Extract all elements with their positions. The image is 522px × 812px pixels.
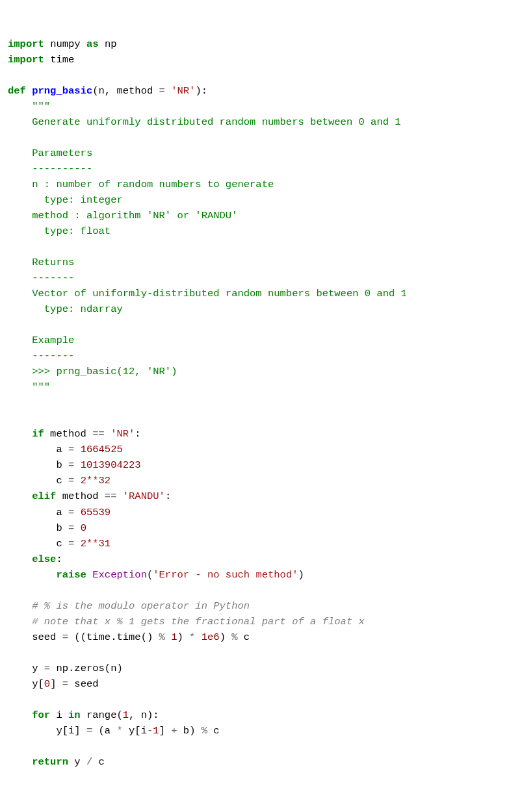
op-div: / xyxy=(86,756,92,768)
text xyxy=(81,38,86,50)
expr: ) xyxy=(177,631,189,643)
var-c: c xyxy=(8,538,68,550)
kw-in: in xyxy=(68,709,81,721)
docstring-line: n : number of random numbers to generate xyxy=(8,179,274,190)
kw-import: import xyxy=(8,38,44,50)
colon: : xyxy=(165,490,171,502)
num: 1013904223 xyxy=(74,459,140,471)
sig-close: ): xyxy=(195,85,207,97)
y-i: y[i] xyxy=(8,725,86,737)
paren-open: ( xyxy=(147,569,153,581)
kw-as: as xyxy=(86,38,99,50)
num: 2**31 xyxy=(74,538,111,550)
docstring-line: type: float xyxy=(8,225,111,237)
var-seed: seed xyxy=(8,631,62,643)
num: 0 xyxy=(74,522,86,534)
op-eqeq: == xyxy=(92,428,105,440)
docstring-line: Returns xyxy=(8,257,74,268)
var-c: c xyxy=(207,725,220,737)
var-c: c xyxy=(8,475,68,487)
expr: y xyxy=(68,756,86,768)
docstring-line: ---------- xyxy=(8,163,92,175)
kw-return: return xyxy=(8,756,68,768)
kw-else: else xyxy=(8,553,56,565)
docstring-open: """ xyxy=(8,101,50,112)
builtin-exception: Exception xyxy=(86,569,147,581)
colon: : xyxy=(56,553,62,565)
op-eqeq: == xyxy=(105,490,117,502)
var-a: a xyxy=(8,444,68,455)
mod-numpy: numpy xyxy=(50,38,81,50)
op-eq: = xyxy=(68,522,74,534)
expr: y[i xyxy=(123,725,147,737)
num-one: 1 xyxy=(153,725,159,737)
docstring-line: type: ndarray xyxy=(8,303,123,315)
num-mill: 1e6 xyxy=(195,631,219,643)
docstring-line: ------- xyxy=(8,350,74,362)
text xyxy=(26,85,32,97)
op-mul: * xyxy=(189,631,195,643)
op-mod: % xyxy=(231,631,237,643)
var-a: a xyxy=(8,507,68,518)
default-str: 'NR' xyxy=(165,85,196,97)
str-nr: 'NR' xyxy=(105,428,135,440)
docstring-line: Generate uniformly distributed random nu… xyxy=(8,116,401,128)
paren-close: ) xyxy=(298,569,304,581)
var-b: b xyxy=(8,522,68,534)
code-block: import numpy as np import time def prng_… xyxy=(8,36,514,770)
sig: (n, method xyxy=(92,85,159,97)
op-eq: = xyxy=(68,459,74,471)
op-eq: = xyxy=(68,507,74,518)
text xyxy=(44,54,50,66)
comment: # note that x % 1 gets the fractional pa… xyxy=(8,616,365,628)
op-minus: - xyxy=(147,725,153,737)
expr: b) xyxy=(177,725,202,737)
text xyxy=(44,38,50,50)
var-c: c xyxy=(92,756,105,768)
op-mod: % xyxy=(159,631,165,643)
var-seed: seed xyxy=(68,678,99,690)
np-zeros: np.zeros(n) xyxy=(50,663,123,674)
op-eq: = xyxy=(68,538,74,550)
text xyxy=(99,38,105,50)
op-mul: * xyxy=(116,725,122,737)
docstring-line: type: integer xyxy=(8,194,123,206)
range-rest: , n): xyxy=(129,709,159,721)
op-plus: + xyxy=(171,725,177,737)
op-eq: = xyxy=(62,631,68,643)
var-b: b xyxy=(8,459,68,471)
range-call: range( xyxy=(81,709,123,721)
op-eq: = xyxy=(44,663,50,674)
num: 65539 xyxy=(74,507,111,518)
err-msg: 'Error - no such method' xyxy=(153,569,298,581)
expr: (a xyxy=(92,725,116,737)
cond: method xyxy=(44,428,92,440)
expr: ) xyxy=(220,631,232,643)
docstring-line: Vector of uniformly-distributed random n… xyxy=(8,288,407,299)
kw-import: import xyxy=(8,54,44,66)
expr: ] xyxy=(159,725,172,737)
num-zero: 0 xyxy=(44,678,50,690)
num-one: 1 xyxy=(123,709,129,721)
cond: method xyxy=(56,490,104,502)
op-eq: = xyxy=(68,475,74,487)
alias-np: np xyxy=(105,38,117,50)
kw-if: if xyxy=(8,428,44,440)
op-mod: % xyxy=(202,725,207,737)
kw-elif: elif xyxy=(8,490,56,502)
docstring-line: method : algorithm 'NR' or 'RANDU' xyxy=(8,210,237,222)
op-eq: = xyxy=(62,678,68,690)
colon: : xyxy=(135,428,140,440)
bracket-close: ] xyxy=(50,678,62,690)
y-index: y[ xyxy=(8,678,44,690)
var-c: c xyxy=(238,631,250,643)
mod-time: time xyxy=(50,54,74,66)
op-eq: = xyxy=(68,444,74,455)
kw-def: def xyxy=(8,85,26,97)
kw-for: for xyxy=(8,709,50,721)
num-one: 1 xyxy=(165,631,177,643)
kw-raise: raise xyxy=(8,569,86,581)
docstring-line: Parameters xyxy=(8,147,92,159)
docstring-line: Example xyxy=(8,335,74,346)
var-y: y xyxy=(8,663,44,674)
